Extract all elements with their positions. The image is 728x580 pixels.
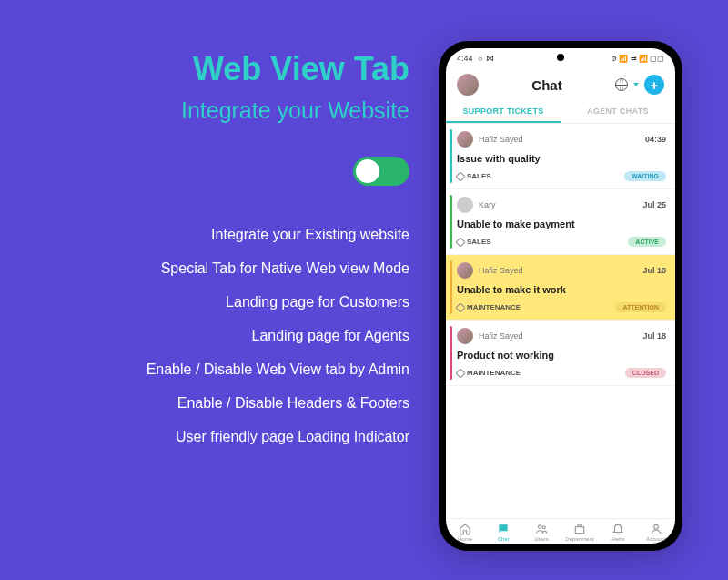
svg-point-3 — [654, 524, 659, 529]
status-bar: 4:44 ☼ ⋈ ⚙ 📶 ⇄ 📶 ▢▢ — [446, 48, 675, 68]
camera-hole-icon — [557, 54, 564, 61]
bell-icon — [612, 523, 624, 535]
ticket-subject: Unable to make it work — [457, 284, 666, 295]
nav-chat[interactable]: Chat — [484, 523, 522, 542]
feature-item: Landing page for Agents — [55, 328, 410, 344]
ticket-avatar — [457, 328, 473, 344]
nav-home[interactable]: Home — [446, 523, 484, 542]
ticket-subject: Issue with quality — [457, 153, 666, 164]
tab-support-tickets[interactable]: SUPPORT TICKETS — [446, 99, 561, 123]
ticket-author: Hafiz Sayed — [479, 135, 640, 144]
ticket-time: Jul 18 — [642, 266, 666, 275]
nav-bell[interactable]: Alerts — [599, 523, 637, 542]
ticket-row[interactable]: Kary Jul 25 Unable to make payment SALES… — [446, 189, 675, 255]
status-badge: WAITING — [624, 171, 666, 181]
ticket-avatar — [457, 131, 473, 148]
feature-item: Integrate your Existing website — [55, 227, 410, 243]
ticket-tag: MAINTENANCE — [457, 369, 521, 377]
tag-icon — [455, 237, 465, 247]
users-icon — [535, 523, 548, 535]
phone-screen: 4:44 ☼ ⋈ ⚙ 📶 ⇄ 📶 ▢▢ Chat + SUPPORT TICKE… — [446, 48, 675, 544]
nav-account[interactable]: Account — [637, 523, 675, 542]
feature-list: Integrate your Existing website Special … — [55, 227, 410, 445]
status-badge: ATTENTION — [615, 302, 666, 312]
svg-rect-2 — [575, 527, 583, 534]
app-header: Chat + — [446, 68, 675, 99]
page-subtitle: Integrate your Website — [55, 97, 410, 124]
priority-bar — [450, 326, 452, 380]
status-carrier-icons: ☼ ⋈ — [477, 54, 495, 63]
tag-icon — [455, 171, 465, 181]
status-right-icons: ⚙ 📶 ⇄ 📶 ▢▢ — [611, 55, 664, 63]
webview-toggle[interactable] — [353, 157, 410, 186]
nav-label: Chat — [498, 536, 510, 542]
ticket-time: Jul 18 — [642, 331, 666, 341]
priority-bar — [450, 260, 452, 314]
feature-item: Enable / Disable Headers & Footers — [55, 395, 410, 412]
status-badge: CLOSED — [625, 368, 666, 378]
status-badge: ACTIVE — [628, 237, 666, 247]
nav-dept[interactable]: Department — [561, 523, 599, 542]
nav-label: Alerts — [611, 536, 624, 542]
svg-point-1 — [542, 526, 545, 529]
nav-label: Department — [565, 536, 593, 542]
ticket-tag: MAINTENANCE — [457, 303, 521, 311]
tag-icon — [455, 302, 465, 312]
ticket-row[interactable]: Hafiz Sayed Jul 18 Product not working M… — [446, 321, 675, 386]
nav-label: Home — [458, 536, 472, 542]
ticket-author: Hafiz Sayed — [479, 331, 637, 341]
ticket-avatar — [457, 262, 473, 279]
ticket-author: Kary — [479, 200, 637, 209]
tab-agent-chats[interactable]: AGENT CHATS — [561, 99, 675, 123]
ticket-list: Hafiz Sayed 04:39 Issue with quality SAL… — [446, 124, 675, 518]
home-icon — [459, 523, 471, 535]
ticket-subject: Unable to make payment — [457, 219, 666, 229]
chat-icon — [497, 523, 510, 535]
ticket-author: Hafiz Sayed — [479, 266, 637, 275]
ticket-tag: SALES — [457, 172, 491, 180]
promo-panel: Web View Tab Integrate your Website Inte… — [0, 0, 437, 463]
tab-bar: SUPPORT TICKETS AGENT CHATS — [446, 99, 675, 124]
add-button[interactable]: + — [644, 75, 664, 95]
phone-mockup: 4:44 ☼ ⋈ ⚙ 📶 ⇄ 📶 ▢▢ Chat + SUPPORT TICKE… — [439, 41, 682, 551]
bottom-nav: HomeChatUsersDepartmentAlertsAccount — [446, 518, 675, 544]
ticket-tag: SALES — [457, 238, 491, 246]
ticket-row[interactable]: Hafiz Sayed 04:39 Issue with quality SAL… — [446, 124, 675, 189]
nav-label: Users — [534, 536, 549, 542]
page-title: Web View Tab — [55, 50, 410, 88]
ticket-avatar — [457, 197, 473, 213]
ticket-subject: Product not working — [457, 350, 666, 361]
feature-item: Special Tab for Native Web view Mode — [55, 260, 410, 277]
status-time: 4:44 — [457, 54, 473, 63]
account-icon — [650, 523, 662, 535]
feature-item: Landing page for Customers — [55, 294, 410, 310]
feature-item: Enable / Disable Web View tab by Admin — [55, 361, 410, 378]
ticket-time: Jul 25 — [642, 200, 666, 209]
screen-title: Chat — [531, 77, 561, 93]
globe-icon[interactable] — [615, 78, 628, 91]
priority-bar — [450, 129, 452, 183]
plus-icon: + — [651, 78, 659, 92]
ticket-row[interactable]: Hafiz Sayed Jul 18 Unable to make it wor… — [446, 255, 675, 321]
dept-icon — [573, 523, 586, 535]
feature-item: User friendly page Loading Indicator — [55, 429, 410, 445]
nav-users[interactable]: Users — [522, 523, 561, 542]
tag-icon — [455, 368, 465, 378]
avatar[interactable] — [457, 74, 479, 96]
nav-label: Account — [646, 536, 666, 542]
chevron-down-icon[interactable] — [633, 83, 639, 86]
ticket-time: 04:39 — [645, 135, 666, 144]
priority-bar — [450, 195, 452, 249]
svg-point-0 — [539, 525, 542, 529]
